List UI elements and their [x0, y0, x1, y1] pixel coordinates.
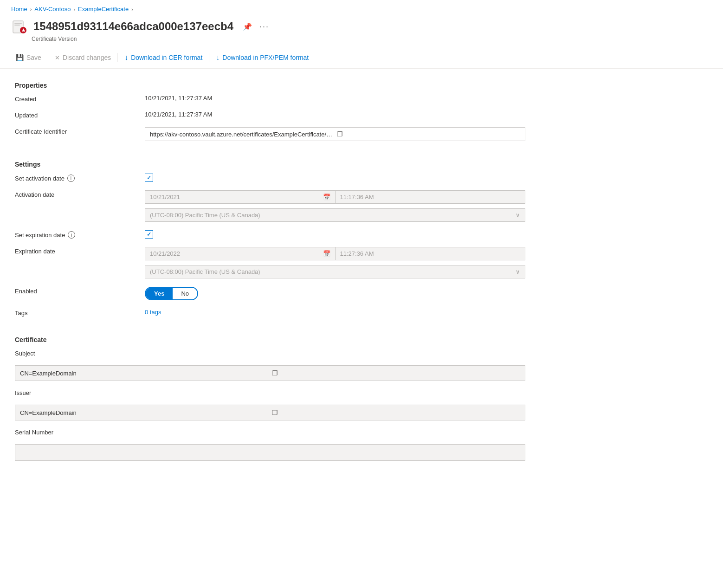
- enabled-label: Enabled: [15, 287, 145, 295]
- set-expiration-label: Set expiration date i: [15, 230, 145, 239]
- set-expiration-info-icon[interactable]: i: [68, 231, 75, 239]
- pin-button[interactable]: 📌: [241, 20, 254, 33]
- page-header: ★ 1548951d93114e66adca000e137eecb4 📌 ···: [0, 16, 723, 36]
- serial-box: [15, 444, 525, 461]
- download-cer-icon: ↓: [124, 53, 128, 62]
- save-icon: 💾: [16, 54, 24, 61]
- breadcrumb-sep-3: ›: [131, 6, 133, 12]
- issuer-value: CN=ExampleDomain: [20, 409, 268, 416]
- enabled-yes-button[interactable]: Yes: [146, 288, 173, 299]
- expiration-date-inputs: 10/21/2022 📅 11:27:36 AM: [145, 247, 525, 260]
- breadcrumb-sep-2: ›: [73, 6, 75, 12]
- toolbar-sep-3: [209, 53, 209, 62]
- main-content: Properties Created 10/21/2021, 11:27:37 …: [0, 69, 557, 481]
- copy-cert-id-icon[interactable]: ❐: [337, 130, 520, 138]
- cert-id-value: https://akv-contoso.vault.azure.net/cert…: [150, 131, 333, 138]
- copy-subject-icon[interactable]: ❐: [272, 369, 520, 377]
- toolbar-sep-1: [48, 53, 48, 62]
- properties-section-title: Properties: [15, 82, 542, 89]
- issuer-label: Issuer: [15, 388, 145, 396]
- expiration-timezone-row[interactable]: (UTC-08:00) Pacific Time (US & Canada) ∨: [145, 265, 525, 278]
- activation-date-field[interactable]: 10/21/2021 📅: [145, 190, 336, 204]
- subject-row: Subject: [15, 349, 542, 357]
- enabled-no-button[interactable]: No: [173, 288, 197, 299]
- certificate-section-title: Certificate: [15, 336, 542, 343]
- breadcrumb-akv[interactable]: AKV-Contoso: [34, 6, 71, 13]
- activation-chevron-icon: ∨: [516, 212, 520, 219]
- expiration-time-field[interactable]: 11:27:36 AM: [336, 247, 526, 260]
- activation-calendar-icon: 📅: [323, 194, 330, 200]
- expiration-calendar-icon: 📅: [323, 250, 330, 257]
- issuer-row: Issuer: [15, 388, 542, 396]
- subject-box: CN=ExampleDomain ❐: [15, 365, 525, 381]
- updated-value: 10/21/2021, 11:27:37 AM: [145, 111, 212, 118]
- set-expiration-checkbox[interactable]: ✓: [145, 230, 153, 239]
- set-activation-checkbox[interactable]: ✓: [145, 174, 153, 182]
- created-value: 10/21/2021, 11:27:37 AM: [145, 95, 212, 102]
- created-row: Created 10/21/2021, 11:27:37 AM: [15, 95, 542, 103]
- expiration-timezone-value: (UTC-08:00) Pacific Time (US & Canada): [150, 268, 260, 275]
- download-pfx-label: Download in PFX/PEM format: [222, 54, 309, 61]
- serial-label: Serial Number: [15, 428, 145, 436]
- discard-label: Discard changes: [63, 54, 111, 61]
- created-label: Created: [15, 95, 145, 103]
- activation-timezone-row[interactable]: (UTC-08:00) Pacific Time (US & Canada) ∨: [145, 208, 525, 222]
- enabled-toggle[interactable]: Yes No: [145, 287, 198, 300]
- svg-rect-2: [14, 25, 20, 26]
- activation-date-inputs: 10/21/2021 📅 11:17:36 AM: [145, 190, 525, 204]
- expiration-date-label: Expiration date: [15, 247, 145, 255]
- download-cer-label: Download in CER format: [131, 54, 202, 61]
- page-title: 1548951d93114e66adca000e137eecb4: [33, 20, 233, 33]
- svg-text:★: ★: [21, 28, 26, 33]
- page-subtitle: Certificate Version: [0, 36, 723, 47]
- cert-id-box: https://akv-contoso.vault.azure.net/cert…: [145, 127, 525, 141]
- subject-label: Subject: [15, 349, 145, 357]
- tags-label: Tags: [15, 309, 145, 317]
- set-expiration-row: Set expiration date i ✓: [15, 230, 542, 239]
- activation-time-field[interactable]: 11:17:36 AM: [336, 190, 526, 204]
- settings-section-title: Settings: [15, 161, 542, 168]
- set-activation-label: Set activation date i: [15, 174, 145, 182]
- more-button[interactable]: ···: [258, 20, 271, 33]
- breadcrumb-home[interactable]: Home: [11, 6, 27, 13]
- updated-label: Updated: [15, 111, 145, 119]
- cert-id-label: Certificate Identifier: [15, 127, 145, 135]
- discard-button[interactable]: ✕ Discard changes: [50, 51, 116, 64]
- download-cer-button[interactable]: ↓ Download in CER format: [120, 51, 207, 65]
- save-button[interactable]: 💾 Save: [11, 51, 46, 64]
- header-actions: 📌 ···: [241, 20, 271, 33]
- activation-date-row: Activation date 10/21/2021 📅 11:17:36 AM…: [15, 190, 542, 222]
- tags-link[interactable]: 0 tags: [145, 309, 161, 316]
- activation-timezone-value: (UTC-08:00) Pacific Time (US & Canada): [150, 212, 260, 219]
- updated-row: Updated 10/21/2021, 11:27:37 AM: [15, 111, 542, 119]
- expiration-date-row: Expiration date 10/21/2022 📅 11:27:36 AM…: [15, 247, 542, 278]
- breadcrumb-cert[interactable]: ExampleCertificate: [78, 6, 129, 13]
- cert-icon: ★: [11, 18, 28, 35]
- tags-row: Tags 0 tags: [15, 309, 542, 317]
- discard-icon: ✕: [55, 54, 60, 61]
- more-icon: ···: [259, 22, 269, 32]
- serial-row: Serial Number: [15, 428, 542, 436]
- svg-rect-1: [14, 23, 22, 24]
- enabled-row: Enabled Yes No: [15, 287, 542, 300]
- set-activation-info-icon[interactable]: i: [67, 174, 75, 182]
- toolbar: 💾 Save ✕ Discard changes ↓ Download in C…: [0, 47, 723, 69]
- expiration-date-field[interactable]: 10/21/2022 📅: [145, 247, 336, 260]
- subject-value: CN=ExampleDomain: [20, 370, 268, 377]
- set-activation-checkmark: ✓: [147, 174, 151, 181]
- pin-icon: 📌: [243, 22, 252, 31]
- expiration-chevron-icon: ∨: [516, 268, 520, 275]
- cert-id-row: Certificate Identifier https://akv-conto…: [15, 127, 542, 141]
- copy-issuer-icon[interactable]: ❐: [272, 409, 520, 416]
- set-activation-row: Set activation date i ✓: [15, 174, 542, 182]
- toolbar-sep-2: [117, 53, 118, 62]
- breadcrumb: Home › AKV-Contoso › ExampleCertificate …: [0, 0, 723, 16]
- set-expiration-checkmark: ✓: [147, 231, 151, 238]
- download-pfx-icon: ↓: [216, 53, 219, 62]
- activation-date-label: Activation date: [15, 190, 145, 198]
- breadcrumb-sep-1: ›: [30, 6, 32, 12]
- download-pfx-button[interactable]: ↓ Download in PFX/PEM format: [211, 51, 313, 65]
- issuer-box: CN=ExampleDomain ❐: [15, 405, 525, 420]
- save-label: Save: [26, 54, 41, 61]
